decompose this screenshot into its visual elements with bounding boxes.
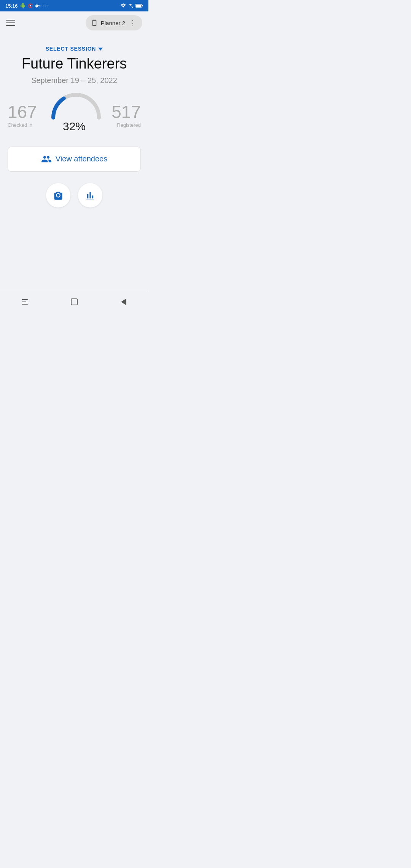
svg-rect-2 xyxy=(142,5,143,6)
bottom-nav xyxy=(0,291,148,312)
checked-in-label: Checked in xyxy=(8,122,42,128)
svg-rect-3 xyxy=(136,5,141,7)
time-display: 15:16 xyxy=(5,3,18,9)
nav-back-button[interactable] xyxy=(115,294,132,310)
stats-section: 167 Checked in xyxy=(8,99,141,133)
main-content: SELECT SESSION Future Tinkerers Septembe… xyxy=(0,34,148,291)
action-buttons xyxy=(46,183,102,207)
chrome-icon xyxy=(28,3,33,8)
top-bar: Planner 2 ⋮ xyxy=(0,11,148,34)
view-attendees-label: View attendees xyxy=(56,155,107,163)
camera-button[interactable] xyxy=(46,183,70,207)
status-bar-right xyxy=(120,3,143,8)
nav-home-button[interactable] xyxy=(66,294,83,310)
planner-label: Planner 2 xyxy=(101,20,125,26)
planner-button[interactable]: Planner 2 ⋮ xyxy=(86,15,142,30)
status-bar-left: 15:16 ··· xyxy=(5,3,49,9)
battery-icon xyxy=(135,3,143,8)
android-icon xyxy=(20,3,25,8)
home-icon xyxy=(71,298,78,305)
registered-number: 517 xyxy=(107,103,141,121)
phone-icon xyxy=(91,19,98,26)
nav-recents-button[interactable] xyxy=(16,294,33,310)
menu-button[interactable] xyxy=(6,20,15,26)
chevron-down-icon xyxy=(98,48,103,51)
checked-in-stat: 167 Checked in xyxy=(8,103,42,128)
view-attendees-button[interactable]: View attendees xyxy=(8,147,141,172)
registered-label: Registered xyxy=(107,122,141,128)
camera-icon xyxy=(53,190,64,201)
wifi-icon xyxy=(120,3,126,8)
signal-icon xyxy=(128,3,134,8)
notification-dots: ··· xyxy=(43,3,49,8)
checked-in-number: 167 xyxy=(8,103,42,121)
status-bar: 15:16 ··· xyxy=(0,0,148,11)
recents-icon xyxy=(22,299,28,305)
attendees-icon xyxy=(41,154,52,164)
session-selector[interactable]: SELECT SESSION xyxy=(46,46,103,52)
gauge-percentage: 32% xyxy=(46,120,103,133)
registered-stat: 517 Registered xyxy=(107,103,141,128)
event-title: Future Tinkerers xyxy=(22,56,127,72)
chart-icon xyxy=(85,190,96,201)
key-icon xyxy=(35,4,41,8)
session-label: SELECT SESSION xyxy=(46,46,96,52)
chart-button[interactable] xyxy=(78,183,102,207)
more-options-icon[interactable]: ⋮ xyxy=(129,18,137,27)
back-icon xyxy=(121,298,126,305)
gauge-chart: 32% xyxy=(46,99,103,133)
